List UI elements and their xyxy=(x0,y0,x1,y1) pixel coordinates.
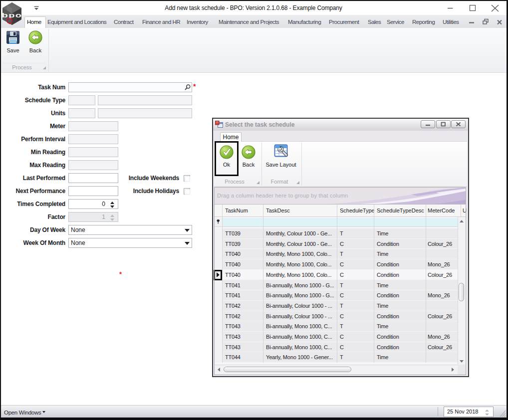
svg-text:bpo: bpo xyxy=(1,11,22,19)
